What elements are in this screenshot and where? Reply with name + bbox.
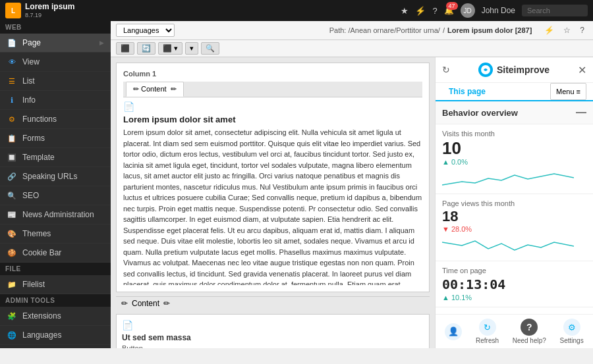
notifications[interactable]: 🔔 47 bbox=[444, 6, 454, 15]
search-input[interactable] bbox=[522, 5, 588, 16]
themes-icon: 🎨 bbox=[7, 228, 17, 239]
sidebar-item-functions[interactable]: ⚙ Functions bbox=[0, 110, 111, 129]
sidebar-item-view[interactable]: 👁 View bbox=[0, 53, 111, 72]
article-text: Lorem ipsum dolor sit amet, consectetur … bbox=[123, 127, 422, 285]
star-icon[interactable]: ★ bbox=[401, 6, 409, 16]
visits-sparkline bbox=[442, 169, 586, 188]
topbar: L Lorem ipsum 8.7.19 ★ ⚡ ? 🔔 47 JD John … bbox=[0, 0, 593, 21]
si-header: ↻ Siteimprove ✕ bbox=[436, 57, 593, 83]
edit-icon: ✏ bbox=[133, 85, 139, 93]
sidebar-item-forms[interactable]: 📋 Forms bbox=[0, 129, 111, 148]
sidebar-section-file: FILE bbox=[0, 263, 111, 275]
search-btn[interactable]: 🔍 bbox=[201, 42, 219, 55]
sidebar-item-languages[interactable]: 🌐 Languages bbox=[0, 326, 111, 345]
help-icon[interactable]: ? bbox=[432, 6, 437, 16]
pencil-edit-icon: ✏ bbox=[171, 85, 177, 93]
sidebar-item-themes[interactable]: 🎨 Themes bbox=[0, 224, 111, 244]
action-btn-4[interactable]: ▾ bbox=[185, 42, 198, 55]
si-visits-label: Visits this month bbox=[442, 130, 586, 138]
tab-content[interactable]: ✏ Content ✏ bbox=[126, 82, 184, 97]
pencil-icon-2: ✏ bbox=[163, 299, 170, 308]
sidebar-item-label: Template bbox=[22, 153, 55, 162]
extensions-icon: 🧩 bbox=[7, 311, 17, 321]
language-select[interactable]: Languages bbox=[116, 24, 175, 37]
sidebar-item-news-admin[interactable]: 📰 News Administration bbox=[0, 205, 111, 224]
sidebar-section-web: WEB bbox=[0, 21, 111, 34]
si-footer-refresh[interactable]: ↻ Refresh bbox=[476, 319, 499, 344]
sidebar-item-filelist[interactable]: 📁 Filelist bbox=[0, 275, 111, 294]
settings-icon: ⚙ bbox=[563, 319, 580, 336]
path-prefix: Path: /Anean ornare/Porttitor urna/ bbox=[329, 26, 440, 34]
page-content: Column 1 ✏ Content ✏ 📄 Lorem ipsum dolor bbox=[111, 57, 435, 348]
si-visits-value: 10 bbox=[442, 140, 586, 157]
sidebar-item-label: List bbox=[22, 76, 35, 86]
info-icon: ℹ bbox=[7, 95, 17, 105]
content-area: Languages Path: /Anean ornare/Porttitor … bbox=[111, 21, 593, 348]
si-refresh-icon[interactable]: ↻ bbox=[442, 65, 450, 75]
action-btn-3[interactable]: ⬛ ▾ bbox=[158, 42, 183, 55]
si-time-label: Time on page bbox=[442, 267, 586, 274]
up-arrow-icon: ▲ bbox=[442, 158, 449, 166]
users-icon: 👤 bbox=[445, 323, 462, 340]
logo-version: 8.7.19 bbox=[25, 12, 74, 19]
pageviews-sparkline bbox=[442, 236, 586, 255]
si-footer-settings[interactable]: ⚙ Settings bbox=[560, 319, 584, 344]
template-icon: 🔲 bbox=[7, 152, 17, 163]
sidebar-item-label: Speaking URLs bbox=[22, 172, 77, 181]
sidebar-item-info[interactable]: ℹ Info bbox=[0, 91, 111, 110]
sidebar-section-admin: ADMIN TOOLS bbox=[0, 294, 111, 307]
action-btn-2[interactable]: 🔄 bbox=[137, 42, 155, 55]
logo[interactable]: L Lorem ipsum 8.7.19 bbox=[5, 2, 74, 18]
si-close-icon[interactable]: ✕ bbox=[578, 64, 586, 76]
bottom-section: 📄 Ut sed sem massa Button bbox=[116, 314, 430, 348]
si-tab-this-page[interactable]: This page bbox=[442, 83, 492, 101]
si-metric-visits: Visits this month 10 ▲ 0.0% bbox=[436, 124, 593, 194]
chevron-right-icon: ▶ bbox=[99, 39, 104, 46]
sidebar-item-speaking-urls[interactable]: 🔗 Speaking URLs bbox=[0, 167, 111, 186]
si-tabs: This page Menu ≡ bbox=[436, 83, 593, 101]
sidebar-item-label: Themes bbox=[22, 229, 51, 238]
si-pageviews-change: ▼ 28.0% bbox=[442, 225, 586, 233]
sidebar-item-label: Cookie Bar bbox=[22, 248, 61, 257]
sidebar-item-label: News Administration bbox=[22, 210, 94, 219]
main-layout: WEB 📄 Page ▶ 👁 View ☰ List ℹ Info ⚙ Func… bbox=[0, 21, 593, 348]
sidebar-item-label: Filelist bbox=[22, 280, 45, 289]
si-time-value: 00:13:04 bbox=[442, 276, 586, 292]
si-metric-pageviews: Page views this month 18 ▼ 28.0% bbox=[436, 194, 593, 261]
avatar[interactable]: JD bbox=[461, 3, 475, 18]
sidebar-item-extensions[interactable]: 🧩 Extensions bbox=[0, 307, 111, 326]
path-current: Lorem ipsum dolor [287] bbox=[447, 26, 532, 34]
sidebar-item-template[interactable]: 🔲 Template bbox=[0, 148, 111, 167]
document-icon: 📄 bbox=[123, 101, 134, 112]
topbar-icons: ★ ⚡ ? 🔔 47 JD John Doe bbox=[401, 3, 588, 18]
bolt-icon[interactable]: ⚡ bbox=[415, 6, 426, 16]
sidebar-item-label: View bbox=[22, 57, 40, 66]
action-btn-1[interactable]: ⬛ bbox=[116, 42, 134, 55]
sidebar-item-list[interactable]: ☰ List bbox=[0, 72, 111, 91]
sidebar-item-label: Info bbox=[22, 95, 36, 105]
article-title: Lorem ipsum dolor sit amet bbox=[123, 115, 422, 124]
sidebar-item-gdpr[interactable]: 🔒 Gdpr Administration bbox=[0, 345, 111, 348]
content-tab-bar: ✏ Content ✏ bbox=[123, 82, 422, 97]
up-arrow-icon-2: ▲ bbox=[442, 294, 449, 301]
sidebar: WEB 📄 Page ▶ 👁 View ☰ List ℹ Info ⚙ Func… bbox=[0, 21, 111, 348]
functions-icon: ⚙ bbox=[7, 114, 17, 124]
edit-icon-2: ✏ bbox=[121, 299, 128, 308]
sidebar-item-seo[interactable]: 🔍 SEO bbox=[0, 186, 111, 205]
sidebar-item-page[interactable]: 📄 Page ▶ bbox=[0, 34, 111, 53]
action-bar: ⬛ 🔄 ⬛ ▾ ▾ 🔍 bbox=[111, 40, 593, 57]
si-collapse-icon[interactable]: — bbox=[576, 107, 586, 118]
si-visits-change: ▲ 0.0% bbox=[442, 158, 586, 166]
question-icon[interactable]: ? bbox=[577, 24, 588, 37]
si-time-change: ▲ 10.1% bbox=[442, 294, 586, 301]
si-menu-btn[interactable]: Menu ≡ bbox=[550, 83, 586, 100]
si-footer-help[interactable]: ? Need help? bbox=[513, 319, 546, 344]
sidebar-item-label: Extensions bbox=[22, 311, 61, 321]
sidebar-item-cookie-bar[interactable]: 🍪 Cookie Bar bbox=[0, 244, 111, 263]
document-icon-2: 📄 bbox=[122, 320, 133, 330]
lightning-icon[interactable]: ⚡ bbox=[541, 24, 557, 37]
sidebar-item-label: Languages bbox=[22, 330, 61, 340]
si-footer-users[interactable]: 👤 bbox=[445, 323, 462, 340]
settings-label: Settings bbox=[560, 337, 584, 344]
star-favorite-icon[interactable]: ☆ bbox=[560, 24, 574, 37]
